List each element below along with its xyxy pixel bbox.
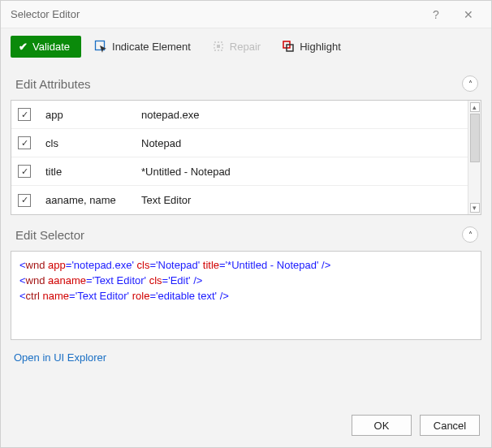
indicate-label: Indicate Element [112,41,191,53]
content-area: Edit Attributes ˄ ✓appnotepad.exe✓clsNot… [1,64,491,407]
chevron-up-icon: ˄ [468,80,473,88]
attribute-value[interactable]: notepad.exe [141,109,461,121]
dialog-footer: OK Cancel [1,407,491,447]
collapse-selector-button[interactable]: ˄ [462,226,478,243]
table-row[interactable]: ✓title*Untitled - Notepad [11,157,468,186]
repair-button: Repair [204,35,269,58]
validate-label: Validate [32,41,70,53]
selector-line: <ctrl name='Text Editor' role='editable … [19,289,473,304]
attribute-value[interactable]: *Untitled - Notepad [141,166,461,178]
titlebar: Selector Editor ? ✕ [1,1,491,28]
attribute-value[interactable]: Notepad [141,137,461,149]
attribute-checkbox[interactable]: ✓ [18,108,31,121]
highlight-label: Highlight [300,41,341,53]
selector-textarea[interactable]: <wnd app='notepad.exe' cls='Notepad' tit… [11,251,481,340]
repair-icon [212,40,225,53]
edit-attributes-title: Edit Attributes [15,77,91,91]
attributes-scrollbar[interactable]: ▴ ▾ [468,101,481,214]
check-icon: ✔ [19,41,28,53]
table-row[interactable]: ✓appnotepad.exe [11,101,468,129]
highlight-button[interactable]: Highlight [274,35,349,58]
edit-selector-title: Edit Selector [15,228,84,242]
attribute-name: aaname, name [45,194,141,206]
attributes-grid-body: ✓appnotepad.exe✓clsNotepad✓title*Untitle… [11,101,468,214]
validate-button[interactable]: ✔ Validate [11,36,81,58]
edit-selector-header: Edit Selector ˄ [11,215,481,251]
table-row[interactable]: ✓aaname, nameText Editor [11,186,468,214]
selector-editor-window: Selector Editor ? ✕ ✔ Validate Indicate … [0,0,492,448]
table-row[interactable]: ✓clsNotepad [11,129,468,157]
attribute-checkbox[interactable]: ✓ [18,194,31,207]
chevron-up-icon: ˄ [468,230,473,239]
highlight-icon [282,40,295,53]
attribute-name: title [45,166,141,178]
close-icon: ✕ [464,8,473,21]
window-title: Selector Editor [11,8,420,20]
indicate-icon [94,40,107,53]
scroll-thumb[interactable] [470,114,480,162]
repair-label: Repair [230,41,261,53]
selector-line: <wnd app='notepad.exe' cls='Notepad' tit… [19,258,473,274]
scroll-up-icon[interactable]: ▴ [470,102,480,112]
attributes-grid: ✓appnotepad.exe✓clsNotepad✓title*Untitle… [11,100,481,215]
attribute-checkbox[interactable]: ✓ [18,165,31,178]
close-button[interactable]: ✕ [452,2,485,27]
open-ui-explorer-link[interactable]: Open in UI Explorer [11,340,481,370]
attribute-name: cls [45,137,141,149]
indicate-element-button[interactable]: Indicate Element [86,35,199,58]
toolbar: ✔ Validate Indicate Element Repair Highl… [1,28,491,64]
selector-line: <wnd aaname='Text Editor' cls='Edit' /> [19,274,473,289]
svg-rect-2 [217,45,220,48]
attribute-checkbox[interactable]: ✓ [18,136,31,149]
collapse-attributes-button[interactable]: ˄ [462,75,478,92]
help-button[interactable]: ? [420,2,452,27]
scroll-down-icon[interactable]: ▾ [470,203,480,213]
edit-attributes-header: Edit Attributes ˄ [11,64,481,100]
cancel-button[interactable]: Cancel [420,415,480,436]
ok-button[interactable]: OK [352,415,412,436]
attribute-name: app [45,109,141,121]
attribute-value[interactable]: Text Editor [141,194,461,206]
